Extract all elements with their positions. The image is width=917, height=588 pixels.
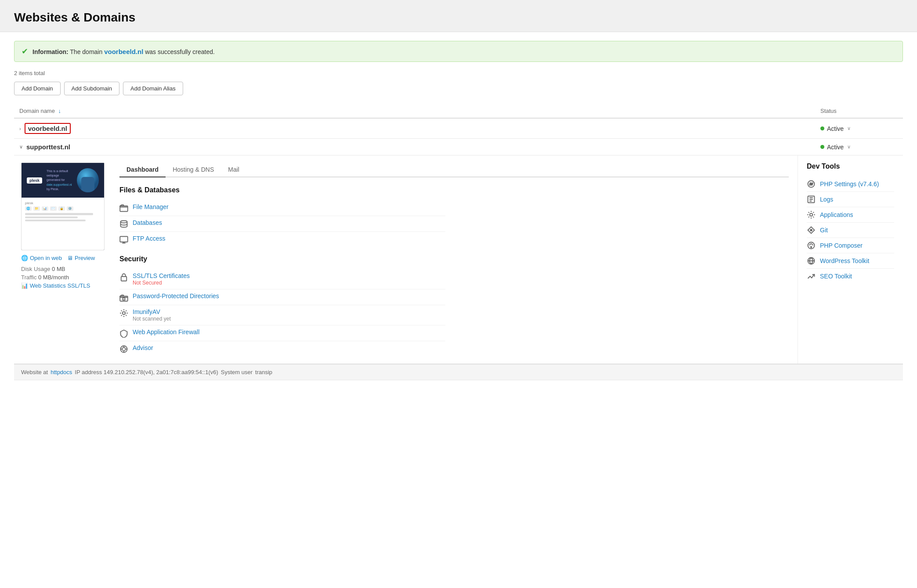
svg-point-8 (122, 347, 126, 351)
wordpress-icon (807, 256, 816, 265)
ssl-tls-link[interactable]: SSL/TLS (67, 282, 90, 289)
httpdocs-link[interactable]: httpdocs (51, 369, 72, 375)
preview-panel: plesk This is a default webpage generate… (14, 155, 111, 364)
preview-link[interactable]: 🖥 Preview (67, 255, 95, 261)
seo-icon (807, 272, 816, 281)
list-item: Git (807, 223, 894, 238)
status-dot-active (820, 126, 824, 130)
main-panel: Dashboard Hosting & DNS Mail Files & Dat… (111, 155, 798, 364)
applications-link[interactable]: Applications (820, 211, 853, 218)
files-databases-title: Files & Databases (119, 186, 445, 194)
disk-usage-row: Disk Usage 0 MB (21, 266, 104, 272)
list-item: ImunifyAV Not scanned yet (119, 305, 445, 325)
databases-link[interactable]: Databases (133, 219, 162, 226)
list-item: Password-Protected Directories (119, 289, 445, 305)
logs-link[interactable]: Logs (820, 196, 833, 203)
list-item: Databases (119, 216, 445, 232)
tab-mail[interactable]: Mail (221, 162, 246, 177)
database-icon (119, 220, 128, 228)
page-wrapper: Websites & Domains ✔ Information: The do… (0, 0, 917, 588)
open-in-web-link[interactable]: 🌐 Open in web (21, 255, 62, 261)
info-banner: ✔ Information: The domain voorbeeld.nl w… (14, 41, 903, 62)
status-header: Status (815, 104, 903, 118)
preview-icon: 🖥 (67, 255, 73, 261)
ssl-tls-link[interactable]: SSL/TLS Certificates (133, 272, 190, 279)
status-text: Active (827, 125, 844, 132)
imunifyav-link[interactable]: ImunifyAV (133, 308, 160, 315)
chevron-down-icon[interactable]: ∨ (19, 144, 23, 150)
banner-text: Information: The domain voorbeeld.nl was… (32, 48, 215, 55)
svg-point-14 (811, 247, 812, 248)
globe-icon: 🌐 (21, 255, 28, 261)
logs-icon (807, 195, 816, 204)
web-statistics-link[interactable]: Web Statistics (30, 282, 66, 289)
seo-toolkit-link[interactable]: SEO Toolkit (820, 273, 852, 280)
domain-name-cell: › voorbeeld.nl (19, 123, 810, 134)
list-item: PHP Settings (v7.4.6) (807, 177, 894, 192)
password-protected-dirs-link[interactable]: Password-Protected Directories (133, 292, 219, 299)
list-item: File Manager (119, 200, 445, 216)
list-item: SSL/TLS Certificates Not Secured (119, 269, 445, 289)
imunifyav-status: Not scanned yet (133, 316, 171, 322)
applications-gear-icon (807, 210, 816, 219)
list-item: SEO Toolkit (807, 269, 894, 284)
domain-name-voorbeeld[interactable]: voorbeeld.nl (25, 123, 71, 134)
dev-tools-list: PHP Settings (v7.4.6) Logs (807, 177, 894, 284)
status-chevron-icon[interactable]: ∨ (847, 144, 851, 150)
list-item: PHP Composer (807, 238, 894, 253)
preview-image: plesk This is a default webpage generate… (22, 163, 104, 250)
domain-name-supporttest[interactable]: supporttest.nl (26, 143, 70, 151)
composer-icon (807, 241, 816, 250)
svg-rect-5 (123, 298, 125, 300)
expanded-domain-row: plesk This is a default webpage generate… (14, 155, 903, 380)
wordpress-toolkit-link[interactable]: WordPress Toolkit (820, 257, 869, 264)
dashboard-grid: Files & Databases File Manag (119, 186, 789, 357)
advisor-icon (119, 345, 128, 354)
php-icon (807, 180, 816, 188)
web-stats-row: 📊 Web Statistics SSL/TLS (21, 282, 104, 289)
svg-point-6 (123, 312, 125, 314)
ssl-status: Not Secured (133, 280, 190, 286)
waf-link[interactable]: Web Application Firewall (133, 328, 199, 335)
banner-domain-link[interactable]: voorbeeld.nl (104, 48, 143, 55)
page-title: Websites & Domains (14, 11, 903, 25)
list-item: Advisor (119, 341, 445, 357)
svg-rect-3 (121, 277, 127, 281)
items-count: 2 items total (14, 70, 903, 76)
check-icon: ✔ (22, 47, 28, 56)
toolbar: Add Domain Add Subdomain Add Domain Alia… (14, 82, 903, 95)
table-row: ∨ supporttest.nl Active ∨ (14, 139, 903, 155)
files-databases-list: File Manager (119, 200, 445, 247)
chevron-right-icon[interactable]: › (19, 126, 21, 131)
domain-name-cell: ∨ supporttest.nl (19, 143, 810, 151)
list-item: Logs (807, 192, 894, 207)
security-section: Security SSL/T (119, 255, 445, 357)
php-settings-link[interactable]: PHP Settings (v7.4.6) (820, 180, 879, 188)
list-item: FTP Access (119, 232, 445, 247)
status-dot-active (820, 145, 824, 149)
dev-tools-panel: Dev Tools PHP Settings (v7.4.6) (798, 155, 903, 364)
git-link[interactable]: Git (820, 227, 828, 234)
preview-top: plesk This is a default webpage generate… (22, 163, 104, 198)
security-title: Security (119, 255, 445, 263)
preview-stats: Disk Usage 0 MB Traffic 0 MB/month (21, 266, 104, 289)
php-composer-link[interactable]: PHP Composer (820, 242, 863, 249)
file-manager-link[interactable]: File Manager (133, 203, 169, 210)
svg-rect-2 (120, 237, 128, 242)
advisor-link[interactable]: Advisor (133, 344, 153, 351)
tab-hosting-dns[interactable]: Hosting & DNS (166, 162, 221, 177)
tab-dashboard[interactable]: Dashboard (119, 162, 166, 177)
lock-icon (119, 273, 128, 281)
status-text: Active (827, 144, 844, 151)
status-chevron-icon[interactable]: ∨ (847, 126, 851, 131)
expanded-content: plesk This is a default webpage generate… (14, 155, 903, 364)
add-alias-button[interactable]: Add Domain Alias (123, 82, 183, 95)
add-subdomain-button[interactable]: Add Subdomain (64, 82, 120, 95)
add-domain-button[interactable]: Add Domain (14, 82, 61, 95)
gear-icon (119, 309, 128, 317)
ftp-access-link[interactable]: FTP Access (133, 235, 165, 242)
list-item: Web Application Firewall (119, 325, 445, 341)
svg-point-11 (810, 213, 812, 216)
tabs: Dashboard Hosting & DNS Mail (119, 162, 789, 177)
table-row: › voorbeeld.nl Active ∨ (14, 118, 903, 139)
